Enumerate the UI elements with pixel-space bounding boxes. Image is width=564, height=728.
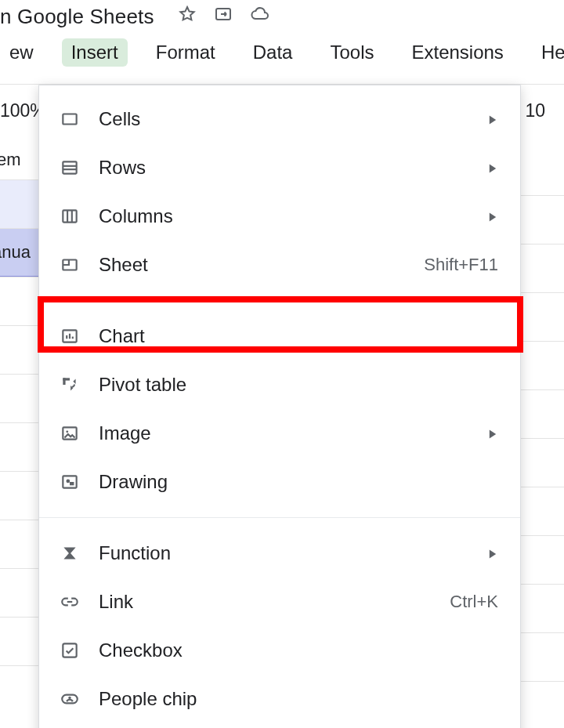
svg-rect-2 xyxy=(63,161,76,173)
menu-item-drawing[interactable]: Drawing xyxy=(39,458,520,506)
menu-item-label: Cells xyxy=(99,108,487,130)
pivot-icon xyxy=(58,373,81,397)
cells-icon xyxy=(58,107,81,131)
menu-item-pivot-table[interactable]: Pivot table xyxy=(39,360,520,409)
menu-item-rows[interactable]: Rows xyxy=(39,143,520,192)
menu-item-label: Columns xyxy=(99,205,487,227)
menu-shortcut: Ctrl+K xyxy=(450,592,498,612)
image-icon xyxy=(58,422,81,445)
drawing-icon xyxy=(58,470,81,494)
menu-item-label: Chart xyxy=(99,325,498,347)
menu-item-label: People chip xyxy=(99,688,498,710)
toolbar-fragment-right: 10 xyxy=(525,100,545,121)
document-title[interactable]: n Google Sheets xyxy=(0,5,154,29)
title-bar: n Google Sheets xyxy=(0,0,564,35)
menu-item-link[interactable]: LinkCtrl+K xyxy=(39,578,520,626)
menubar-item-data[interactable]: Data xyxy=(244,38,302,67)
svg-rect-20 xyxy=(63,643,76,657)
menu-item-people-chip[interactable]: People chip xyxy=(39,675,520,723)
sheet-icon xyxy=(58,253,81,277)
svg-point-18 xyxy=(66,480,70,484)
sheet-fragment: tem anua xyxy=(0,145,39,714)
menu-item-label: Function xyxy=(99,542,487,564)
menu-item-label: Rows xyxy=(99,157,487,179)
link-icon xyxy=(58,590,81,614)
people-chip-icon xyxy=(58,687,81,711)
menubar-item-insert[interactable]: Insert xyxy=(62,38,128,67)
menu-item-label: Image xyxy=(99,422,487,444)
menubar-item-ew[interactable]: ew xyxy=(0,38,43,67)
menu-item-image[interactable]: Image xyxy=(39,409,520,458)
selected-cell-fragment[interactable]: anua xyxy=(0,228,39,277)
menu-item-columns[interactable]: Columns xyxy=(39,192,520,241)
menu-item-label: Pivot table xyxy=(99,374,498,396)
cloud-status-icon[interactable] xyxy=(250,5,269,29)
menu-separator xyxy=(39,300,520,301)
checkbox-icon xyxy=(58,639,81,662)
font-size-value[interactable]: 10 xyxy=(525,100,545,121)
menu-shortcut: Shift+F11 xyxy=(424,255,498,275)
submenu-arrow-icon xyxy=(487,542,498,564)
menubar-item-help[interactable]: Help xyxy=(532,38,564,67)
function-icon xyxy=(58,541,81,565)
menu-item-chart[interactable]: Chart xyxy=(39,312,520,360)
submenu-arrow-icon xyxy=(487,422,498,444)
menubar-item-tools[interactable]: Tools xyxy=(320,38,383,67)
menu-item-function[interactable]: Function xyxy=(39,529,520,578)
insert-menu: CellsRowsColumnsSheetShift+F11ChartPivot… xyxy=(38,85,521,728)
menu-item-cells[interactable]: Cells xyxy=(39,95,520,143)
chart-icon xyxy=(58,324,81,348)
menu-item-sheet[interactable]: SheetShift+F11 xyxy=(39,241,520,289)
menu-item-label: Drawing xyxy=(99,471,498,493)
menu-item-label: Checkbox xyxy=(99,639,498,661)
star-icon[interactable] xyxy=(178,5,197,29)
menubar-item-format[interactable]: Format xyxy=(146,38,225,67)
svg-point-16 xyxy=(66,430,68,433)
move-icon[interactable] xyxy=(214,5,233,29)
menu-bar: ewInsertFormatDataToolsExtensionsHelpL xyxy=(0,38,564,78)
column-header-fragment: tem xyxy=(0,145,39,179)
svg-rect-5 xyxy=(63,210,76,222)
sheet-gridlines-right xyxy=(517,195,564,728)
svg-rect-14 xyxy=(63,378,65,385)
svg-rect-19 xyxy=(70,482,74,485)
menubar-item-extensions[interactable]: Extensions xyxy=(402,38,512,67)
submenu-arrow-icon xyxy=(487,205,498,227)
menu-item-checkbox[interactable]: Checkbox xyxy=(39,626,520,675)
rows-icon xyxy=(58,156,81,179)
columns-icon xyxy=(58,205,81,228)
menu-item-label: Link xyxy=(99,591,450,613)
svg-rect-1 xyxy=(63,114,76,125)
svg-point-22 xyxy=(68,697,70,699)
submenu-arrow-icon xyxy=(487,108,498,130)
menu-separator xyxy=(39,517,520,518)
submenu-arrow-icon xyxy=(487,157,498,179)
menu-item-label: Sheet xyxy=(99,254,424,276)
